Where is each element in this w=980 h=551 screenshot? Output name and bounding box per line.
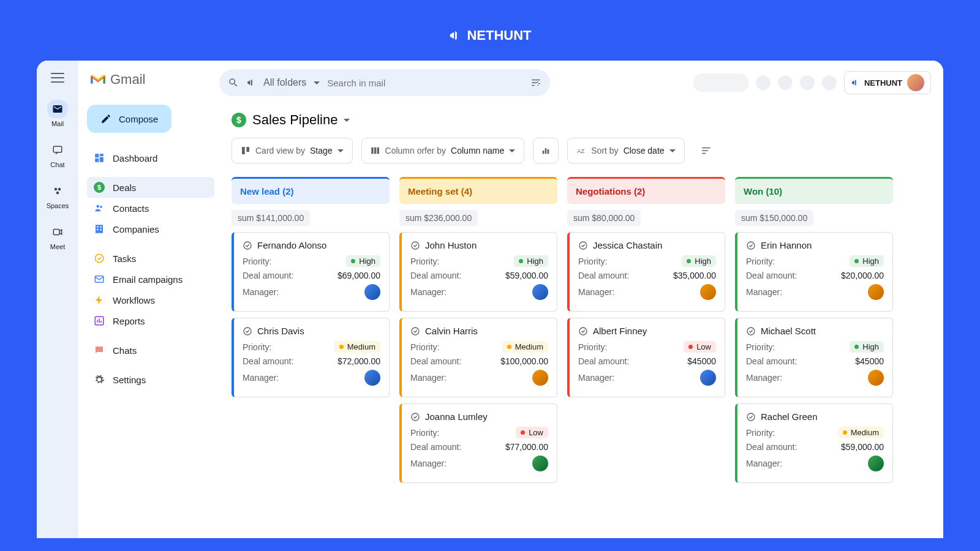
rail-meet[interactable]: Meet [47,223,69,250]
deal-card[interactable]: Jessica Chastain Priority: High Deal amo… [567,232,725,312]
svg-rect-12 [97,227,98,228]
sidebar-item-deals[interactable]: $ Deals [87,177,214,198]
card-title: John Huston [410,240,548,250]
card-title: Jessica Chastain [578,240,716,250]
deal-amount: $20,000.00 [841,271,884,280]
sidebar-item-tasks[interactable]: Tasks [87,248,214,269]
sidebar-item-companies[interactable]: Companies [87,219,214,239]
sort-lines-button[interactable] [693,138,719,163]
deal-card[interactable]: John Huston Priority: High Deal amount:$… [399,232,557,312]
svg-text:AZ: AZ [578,148,585,154]
kanban-column: Won (10) sum $150,000.00 Erin Hannon Pri… [735,177,893,489]
manager-avatar [532,455,548,471]
card-title: Albert Finney [578,326,716,336]
placeholder-dot [778,75,793,90]
envelope-icon [93,273,105,285]
gmail-icon [89,73,107,86]
priority-badge: High [682,255,716,267]
manager-avatar [364,284,380,300]
svg-point-31 [244,242,251,249]
folder-filter[interactable]: All folders [263,77,306,88]
priority-badge: High [850,255,884,267]
card-view-control[interactable]: Card view by Stage [232,138,353,163]
deal-card[interactable]: Joanna Lumley Priority: Low Deal amount:… [399,403,557,483]
sidebar-item-email-campaigns[interactable]: Email campaigns [87,269,214,290]
deal-amount: $35,000.00 [673,271,716,280]
tune-icon[interactable] [530,77,541,88]
rail-chat[interactable]: Chat [47,141,69,168]
user-avatar[interactable] [907,74,924,91]
svg-point-38 [747,242,755,249]
controls-row: Card view by Stage Column orfer by Colum… [232,138,931,163]
deal-card[interactable]: Erin Hannon Priority: High Deal amount:$… [735,232,893,312]
sidebar-item-contacts[interactable]: Contacts [87,198,214,219]
rail-mail[interactable]: Mail [47,100,69,127]
menu-icon[interactable] [51,73,64,83]
sidebar-item-workflows[interactable]: Workflows [87,290,214,310]
dashboard-icon [93,152,105,164]
sort-icon [701,145,712,156]
sidebar-item-reports[interactable]: Reports [87,310,214,331]
deal-card[interactable]: Calvin Harris Priority: Medium Deal amou… [399,318,557,397]
sidebar-item-settings[interactable]: Settings [87,369,214,390]
rail-spaces[interactable]: Spaces [47,182,69,209]
stats-button[interactable] [533,138,559,163]
column-order-control[interactable]: Column orfer by Column name [361,138,525,163]
svg-rect-29 [702,150,708,151]
chevron-down-icon [669,149,676,156]
check-circle-icon [410,241,420,250]
column-header[interactable]: New lead (2) [232,177,390,204]
priority-badge: Low [684,341,716,353]
manager-avatar [868,284,884,300]
column-sum: sum $80,000.00 [567,210,641,226]
column-header[interactable]: Meeting set (4) [399,177,557,204]
deal-card[interactable]: Chris Davis Priority: Medium Deal amount… [232,318,390,397]
search-input[interactable] [327,78,523,88]
priority-badge: Low [516,427,548,438]
dollar-icon: $ [93,181,105,193]
gear-icon [93,373,105,386]
kanban-column: Meeting set (4) sum $236,000.00 John Hus… [399,177,557,489]
deal-card[interactable]: Albert Finney Priority: Low Deal amount:… [567,318,725,397]
svg-rect-24 [543,151,545,154]
chevron-down-icon [337,149,344,156]
deal-card[interactable]: Michael Scott Priority: High Deal amount… [735,318,893,397]
pipeline-title: Sales Pipeline [252,112,337,128]
check-circle-icon [410,412,420,422]
search-bar[interactable]: All folders [219,69,550,96]
nethunt-badge[interactable]: NETHUNT [844,71,931,94]
svg-point-9 [97,205,100,208]
sidebar-item-dashboard[interactable]: Dashboard [87,148,214,168]
kanban-column: Negotiations (2) sum $80,000.00 Jessica … [567,177,725,489]
mail-icon [47,100,68,118]
chat-icon [47,141,68,159]
sidebar-item-chats[interactable]: Chats [87,340,214,361]
manager-avatar [364,370,380,386]
deal-card[interactable]: Rachel Green Priority: Medium Deal amoun… [735,403,893,483]
svg-rect-26 [548,149,549,154]
column-header[interactable]: Negotiations (2) [567,177,725,204]
svg-point-37 [579,328,587,335]
people-icon [93,202,105,214]
svg-point-33 [412,242,419,249]
svg-rect-6 [100,154,104,156]
card-title: Erin Hannon [746,240,884,250]
card-title: Fernando Alonso [243,240,380,250]
svg-rect-25 [545,148,547,154]
svg-point-3 [56,192,59,195]
svg-point-36 [579,242,587,249]
column-header[interactable]: Won (10) [735,177,893,204]
board-icon [241,146,251,156]
pipeline-header[interactable]: $ Sales Pipeline [232,112,931,128]
sidebar: Gmail Compose Dashboard $ Deals Contacts… [78,61,219,538]
sort-control[interactable]: AZ Sort by Close date [567,138,684,163]
kanban-board: New lead (2) sum $141,000.00 Fernando Al… [232,177,931,489]
svg-rect-8 [95,159,99,162]
chat-bubble-icon [93,344,105,356]
compose-button[interactable]: Compose [87,105,172,133]
svg-point-40 [747,413,755,421]
priority-badge: High [514,255,548,267]
deal-card[interactable]: Fernando Alonso Priority: High Deal amou… [232,232,390,312]
card-title: Joanna Lumley [410,411,548,422]
card-title: Rachel Green [746,411,884,422]
